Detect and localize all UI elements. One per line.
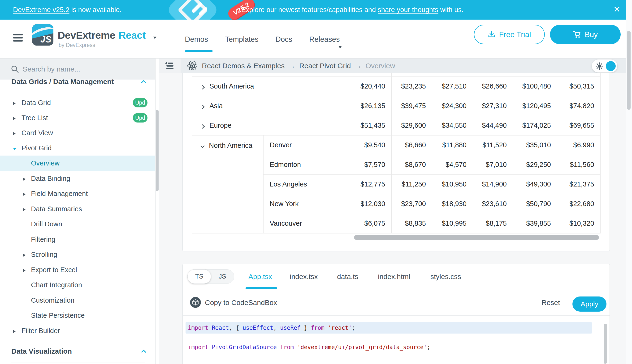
sidebar-item-customization[interactable]: Customization [0,293,155,308]
nav-templates[interactable]: Templates [225,35,258,44]
free-trial-button[interactable]: Free Trial [474,25,545,44]
expand-row-south-america[interactable]: South America [192,76,352,96]
expand-row-asia[interactable]: Asia [192,96,352,116]
code-line: import React, { useEffect, useRef } from… [188,324,355,331]
main-header: JS DevExtremeReact by DevExpress Demos T… [0,20,626,58]
apply-button[interactable]: Apply [572,296,606,312]
sidebar-item-data-binding[interactable]: Data Binding [0,171,155,186]
breadcrumb: React Demos & Examples → React Pivot Gri… [187,58,395,73]
theme-toggle-knob[interactable] [606,61,616,71]
sidebar-divider [155,58,155,364]
code-scrollbar[interactable] [604,324,607,364]
breadcrumb-separator: → [355,62,362,70]
sidebar-item-export-to-excel[interactable]: Export to Excel [0,262,155,277]
chevron-right-icon [200,124,205,129]
tab-styles-css[interactable]: styles.css [431,273,461,281]
sidebar-item-chart-integration[interactable]: Chart Integration [0,277,155,292]
code-panel: TS JS App.tsx index.tsx data.ts index.ht… [182,264,610,364]
copy-to-codesandbox-button[interactable]: Copy to CodeSandBox [205,298,277,307]
sidebar-item-field-management[interactable]: Field Management [0,186,155,201]
banner-left-text: DevExtreme v25.2 is now available. [13,0,121,20]
banner-message: Explore our newest features/capabilities… [241,0,464,20]
sidebar-item-data-summaries[interactable]: Data Summaries [0,201,155,216]
nav-releases[interactable]: Releases [309,35,340,44]
divider [11,93,145,93]
caret-right-icon [13,117,16,120]
collapse-panel-icon [164,61,175,70]
sidebar-item-filtering[interactable]: Filtering [0,232,155,247]
code-editor[interactable]: import React, { useEffect, useRef } from… [183,316,609,364]
tab-index-tsx[interactable]: index.tsx [290,273,318,281]
tab-app-tsx[interactable]: App.tsx [248,273,272,281]
sidebar-item-filter-builder[interactable]: Filter Builder [0,323,155,338]
nav-demos[interactable]: Demos [185,35,208,44]
theme-toggle[interactable] [592,60,617,72]
chevron-up-icon [141,349,146,354]
chevron-up-icon [141,80,146,85]
sidebar-item-scrolling[interactable]: Scrolling [0,247,155,262]
pivot-horizontal-scrollbar[interactable] [354,235,599,240]
expand-row-europe[interactable]: Europe [192,116,352,135]
collapse-demo-panel-button[interactable] [159,58,180,73]
tab-data-ts[interactable]: data.ts [337,273,358,281]
sidebar-section-data-grids[interactable]: Data Grids / Data Management [11,76,146,88]
releases-caret-icon[interactable] [338,46,342,48]
react-icon [187,60,198,72]
sun-icon [596,62,603,70]
tab-index-html[interactable]: index.html [378,273,410,281]
sidebar-item-state-persistence[interactable]: State Persistence [0,308,155,323]
pivot-grid-demo-card: South America $20,440 $23,235 $27,510 $2… [182,73,610,252]
sidebar-item-tree-list[interactable]: Tree List Upd [0,110,155,125]
sidebar-item-drill-down[interactable]: Drill Down [0,216,155,232]
caret-right-icon [13,132,16,135]
caret-down-icon [13,148,16,150]
cart-icon [573,31,581,38]
table-row-asia: Asia $26,135 $39,475 $24,300 $27,310 $12… [192,96,600,116]
breadcrumb-pivotgrid-link[interactable]: React Pivot Grid [299,62,351,70]
share-thoughts-link[interactable]: share your thoughts [378,6,438,14]
caret-right-icon [13,102,16,105]
banner-version-link[interactable]: DevExtreme v25.2 [13,6,70,14]
table-row-clipped [192,73,600,76]
sidebar-item-card-view[interactable]: Card View [0,125,155,140]
active-nav-underline [185,50,213,52]
caret-right-icon [23,254,26,257]
lang-ts-option[interactable]: TS [187,269,211,284]
brand-title[interactable]: DevExtremeReact [58,30,146,41]
sidebar-item-pivot-grid[interactable]: Pivot Grid [0,140,155,156]
language-toggle[interactable]: TS JS [187,269,234,284]
lang-js-option[interactable]: JS [211,270,234,284]
breadcrumb-current: Overview [366,62,395,70]
byline: by DevExpress [59,42,95,48]
page-scrollbar-thumb[interactable] [627,31,630,110]
table-row-europe: Europe $51,435 $29,600 $34,550 $44,490 $… [192,116,600,135]
devextreme-js-logo[interactable]: JS [32,24,53,46]
search-placeholder: Search by name... [23,65,80,73]
framework-name: React [119,30,146,41]
caret-right-icon [13,330,16,333]
upd-badge: Upd [133,98,147,108]
active-tab-underline [246,287,277,289]
app-root: DevExtreme v25.2 is now available. V25.2… [0,0,632,364]
buy-button[interactable]: Buy [550,25,621,44]
sidebar-section-data-visualization[interactable]: Data Visualization [11,345,146,358]
promo-banner: DevExtreme v25.2 is now available. V25.2… [0,0,626,20]
chevron-right-icon [200,85,205,90]
sidebar-scrollbar[interactable] [156,110,159,191]
sidebar-item-data-grid[interactable]: Data Grid Upd [0,95,155,110]
codesandbox-icon[interactable] [190,297,201,308]
reset-button[interactable]: Reset [541,298,560,307]
pivot-grid-table: South America $20,440 $23,235 $27,510 $2… [192,73,600,234]
banner-close-icon[interactable]: ✕ [610,0,624,20]
nav-docs[interactable]: Docs [276,35,292,44]
upd-badge: Upd [133,113,147,122]
hamburger-menu-icon[interactable] [13,34,23,44]
breadcrumb-demos-link[interactable]: React Demos & Examples [202,62,285,70]
download-icon [488,30,496,38]
framework-dropdown-caret-icon[interactable] [153,36,156,39]
sidebar-nav: Data Grids / Data Management Data Grid U… [0,80,159,364]
code-line: import PivotGridDataSource from 'devextr… [188,344,431,350]
collapse-row-north-america[interactable]: North America [192,135,264,233]
table-row-south-america: South America $20,440 $23,235 $27,510 $2… [192,76,600,96]
sidebar-item-overview[interactable]: Overview [0,156,155,171]
